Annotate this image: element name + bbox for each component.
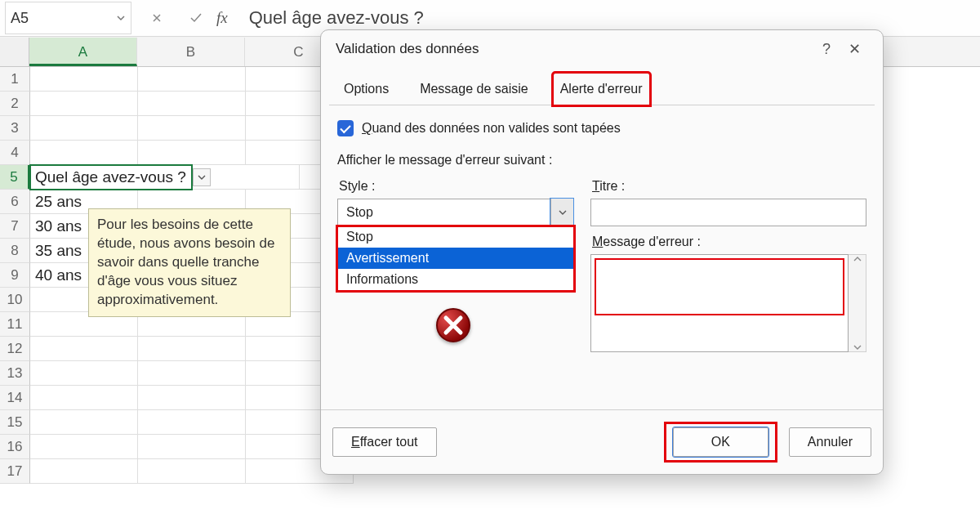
clear-all-button[interactable]: Effacer tout xyxy=(332,427,437,457)
cell[interactable] xyxy=(30,459,138,484)
style-option-info[interactable]: Informations xyxy=(338,269,573,290)
cell[interactable] xyxy=(138,67,246,92)
help-button[interactable]: ? xyxy=(813,41,840,58)
cell[interactable] xyxy=(30,67,138,92)
style-value: Stop xyxy=(338,205,550,220)
row-header[interactable]: 11 xyxy=(0,312,30,337)
cell[interactable] xyxy=(138,141,246,165)
cell-A5[interactable]: Quel âge avez-vous ? xyxy=(30,165,192,190)
cancel-edit-icon[interactable] xyxy=(143,9,171,28)
formula-bar-text[interactable]: Quel âge avez-vous ? xyxy=(249,7,424,29)
row-header[interactable]: 10 xyxy=(0,288,30,312)
col-header-B[interactable]: B xyxy=(137,38,245,66)
cell-value: Quel âge avez-vous ? xyxy=(35,168,186,185)
row-header[interactable]: 7 xyxy=(0,214,30,239)
row-header[interactable]: 5 xyxy=(0,165,30,190)
cell[interactable] xyxy=(138,459,246,484)
close-button[interactable]: ✕ xyxy=(840,40,868,58)
row-header[interactable]: 13 xyxy=(0,361,30,386)
cell[interactable] xyxy=(30,410,138,435)
show-error-checkbox-row: Quand des données non valides sont tapée… xyxy=(329,105,875,141)
cell[interactable] xyxy=(138,337,246,361)
cancel-button[interactable]: Annuler xyxy=(789,427,871,457)
tab-error-alert[interactable]: Alerte d'erreur xyxy=(553,73,650,105)
style-options-list: Stop Avertissement Informations xyxy=(337,226,574,291)
cell[interactable] xyxy=(30,386,138,410)
title-label: Titre : xyxy=(592,179,866,194)
chevron-up-icon xyxy=(853,255,862,263)
style-dropdown-button[interactable] xyxy=(550,199,573,226)
data-validation-dialog: Validation des données ? ✕ Options Messa… xyxy=(320,29,884,475)
style-select[interactable]: Stop xyxy=(337,199,574,226)
cell[interactable] xyxy=(138,386,246,410)
error-style-icon xyxy=(434,306,574,348)
dropdown-handle[interactable] xyxy=(193,168,211,186)
cell[interactable] xyxy=(30,361,138,386)
cell[interactable] xyxy=(30,435,138,459)
cell[interactable] xyxy=(30,116,138,141)
cell[interactable] xyxy=(138,116,246,141)
input-message-tooltip: Pour les besoins de cette étude, nous av… xyxy=(88,208,291,317)
row-header[interactable]: 9 xyxy=(0,263,30,288)
highlight-box: OK xyxy=(664,422,777,463)
col-header-A[interactable]: A xyxy=(29,38,137,66)
tab-options[interactable]: Options xyxy=(337,74,395,105)
show-error-checkbox[interactable] xyxy=(337,120,354,136)
row-header[interactable]: 1 xyxy=(0,67,30,92)
cell[interactable] xyxy=(138,435,246,459)
fx-icon[interactable]: fx xyxy=(216,9,228,27)
row-header[interactable]: 14 xyxy=(0,386,30,410)
row-header[interactable]: 16 xyxy=(0,435,30,459)
name-box[interactable]: A5 xyxy=(5,2,131,34)
style-option-warning[interactable]: Avertissement xyxy=(338,248,573,269)
dialog-footer: Effacer tout OK Annuler xyxy=(321,409,883,474)
section-label: Afficher le message d'erreur suivant : xyxy=(329,141,875,171)
row-header[interactable]: 17 xyxy=(0,459,30,484)
error-message-textarea[interactable] xyxy=(590,254,849,352)
message-label: Message d'erreur : xyxy=(592,235,866,249)
cell[interactable] xyxy=(138,410,246,435)
cell[interactable] xyxy=(30,92,138,116)
dialog-titlebar[interactable]: Validation des données ? ✕ xyxy=(321,30,883,65)
tab-input-message[interactable]: Message de saisie xyxy=(413,74,535,105)
chevron-down-icon xyxy=(853,343,862,351)
cell[interactable] xyxy=(30,337,138,361)
title-input[interactable] xyxy=(590,199,866,226)
cell[interactable] xyxy=(138,92,246,116)
row-header[interactable]: 4 xyxy=(0,141,30,165)
ok-button[interactable]: OK xyxy=(673,427,768,457)
row-header[interactable]: 2 xyxy=(0,92,30,116)
row-header[interactable]: 3 xyxy=(0,116,30,141)
chevron-down-icon xyxy=(116,13,126,23)
style-option-stop[interactable]: Stop xyxy=(338,226,573,248)
select-all-corner[interactable] xyxy=(0,38,29,66)
dialog-tabs: Options Message de saisie Alerte d'erreu… xyxy=(329,65,875,105)
row-header[interactable]: 12 xyxy=(0,337,30,361)
cell[interactable] xyxy=(30,141,138,165)
style-label: Style : xyxy=(339,179,574,194)
row-header[interactable]: 8 xyxy=(0,239,30,263)
row-header[interactable]: 6 xyxy=(0,190,30,214)
cell[interactable] xyxy=(138,361,246,386)
chevron-down-icon xyxy=(198,173,206,181)
confirm-edit-icon[interactable] xyxy=(182,9,210,28)
show-error-label: Quand des données non valides sont tapée… xyxy=(362,121,621,136)
dialog-title: Validation des données xyxy=(336,41,813,57)
chevron-down-icon xyxy=(559,208,567,217)
textarea-scrollbar[interactable] xyxy=(849,254,866,352)
highlight-box xyxy=(595,258,844,315)
row-header[interactable]: 15 xyxy=(0,410,30,435)
name-box-value: A5 xyxy=(11,10,116,27)
